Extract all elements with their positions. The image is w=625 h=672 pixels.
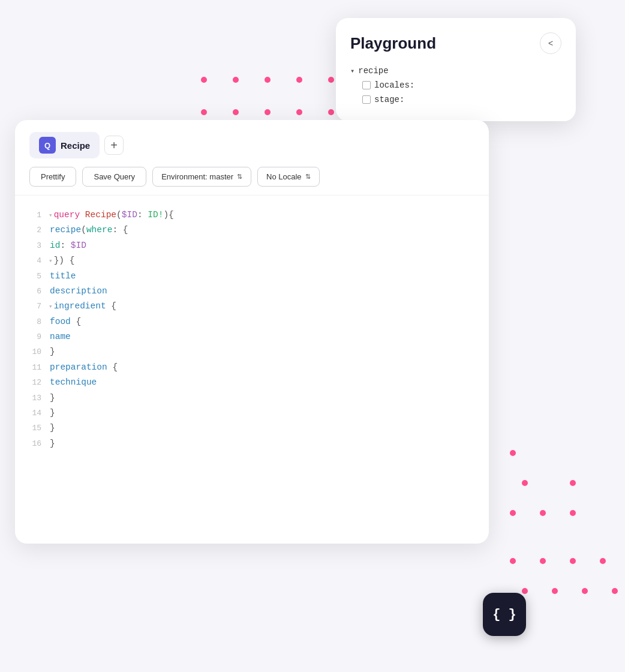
line-number: 8 bbox=[29, 316, 49, 329]
token-type: ID! bbox=[148, 210, 163, 220]
decorative-dot bbox=[522, 588, 528, 594]
code-line: 16} bbox=[29, 436, 474, 451]
code-content: }) { bbox=[54, 253, 474, 268]
line-toggle-icon[interactable]: ▾ bbox=[49, 256, 53, 267]
tab-recipe[interactable]: Q Recipe bbox=[29, 132, 100, 158]
code-line: 14 } bbox=[29, 406, 474, 421]
token-param: $ID bbox=[122, 210, 137, 220]
graphql-icon-button[interactable]: { } bbox=[483, 593, 526, 636]
token-prop: id bbox=[50, 241, 60, 250]
token-keyword: query bbox=[54, 210, 85, 220]
token-punct: ){ bbox=[163, 210, 173, 220]
tree-children: locales: stage: bbox=[350, 78, 561, 107]
decorative-dot bbox=[570, 480, 576, 486]
editor-tabs: Q Recipe + bbox=[15, 120, 489, 158]
decorative-dot bbox=[522, 480, 528, 486]
decorative-dot bbox=[296, 77, 302, 83]
locale-arrow-icon: ⇅ bbox=[305, 173, 311, 181]
decorative-dot bbox=[328, 77, 334, 83]
code-line: 13 } bbox=[29, 391, 474, 406]
line-number: 9 bbox=[29, 331, 49, 344]
code-content: id: $ID bbox=[50, 238, 474, 253]
token-field: recipe bbox=[50, 225, 81, 235]
line-number: 13 bbox=[29, 392, 49, 406]
token-punct: } bbox=[50, 347, 55, 356]
token-punct: } bbox=[50, 393, 55, 403]
line-number: 12 bbox=[29, 376, 49, 390]
line-number: 1 bbox=[29, 209, 49, 223]
locales-checkbox[interactable] bbox=[362, 81, 371, 89]
code-line: 9 name bbox=[29, 329, 474, 344]
token-punct: { bbox=[106, 301, 116, 311]
token-punct: ( bbox=[116, 210, 122, 220]
code-line: 8 food { bbox=[29, 314, 474, 329]
locale-select[interactable]: No Locale ⇅ bbox=[257, 167, 320, 187]
code-content: } bbox=[50, 406, 474, 421]
decorative-dot bbox=[612, 588, 618, 594]
line-number: 10 bbox=[29, 346, 49, 359]
code-editor[interactable]: 1▾query Recipe($ID: ID!){2 recipe(where:… bbox=[15, 196, 489, 544]
code-content: preparation { bbox=[50, 360, 474, 375]
token-prop: where bbox=[86, 225, 113, 235]
line-toggle-icon[interactable]: ▾ bbox=[49, 301, 53, 313]
editor-toolbar: Prettify Save Query Environment: master … bbox=[15, 158, 489, 196]
code-content: } bbox=[50, 344, 474, 359]
line-number: 6 bbox=[29, 285, 49, 299]
locale-label: No Locale bbox=[266, 172, 302, 181]
line-number: 7 bbox=[29, 300, 49, 314]
line-number: 2 bbox=[29, 224, 49, 238]
line-number: 3 bbox=[29, 239, 49, 253]
decorative-dot bbox=[233, 109, 239, 115]
decorative-dot bbox=[233, 77, 239, 83]
code-line: 1▾query Recipe($ID: ID!){ bbox=[29, 208, 474, 223]
prettify-button[interactable]: Prettify bbox=[29, 167, 76, 187]
decorative-dot bbox=[328, 109, 334, 115]
decorative-dot bbox=[570, 510, 576, 516]
decorative-dot bbox=[201, 109, 207, 115]
line-number: 15 bbox=[29, 422, 49, 436]
code-content: } bbox=[50, 436, 474, 451]
token-punct: : bbox=[137, 210, 148, 220]
decorative-dot bbox=[540, 558, 546, 564]
code-line: 12 technique bbox=[29, 375, 474, 390]
tab-label: Recipe bbox=[61, 140, 90, 151]
code-line: 10 } bbox=[29, 344, 474, 359]
token-punct: : bbox=[60, 241, 70, 250]
playground-close-button[interactable]: < bbox=[540, 32, 561, 54]
graphql-icon-symbol: { } bbox=[492, 607, 516, 622]
editor-panel: Q Recipe + Prettify Save Query Environme… bbox=[15, 120, 489, 544]
decorative-dot bbox=[265, 77, 271, 83]
code-line: 11 preparation { bbox=[29, 360, 474, 375]
decorative-dot bbox=[510, 558, 516, 564]
code-content: query Recipe($ID: ID!){ bbox=[54, 208, 474, 223]
token-field: description bbox=[50, 286, 107, 296]
decorative-dot bbox=[265, 109, 271, 115]
add-tab-button[interactable]: + bbox=[104, 136, 124, 155]
code-line: 4▾ }) { bbox=[29, 253, 474, 268]
save-query-button[interactable]: Save Query bbox=[82, 167, 146, 187]
token-field: name bbox=[50, 332, 71, 341]
environment-select[interactable]: Environment: master ⇅ bbox=[152, 167, 251, 187]
stage-checkbox[interactable] bbox=[362, 95, 371, 104]
line-number: 4 bbox=[29, 254, 49, 268]
token-punct: } bbox=[50, 439, 55, 448]
token-punct: }) { bbox=[54, 256, 75, 265]
decorative-dot bbox=[582, 588, 588, 594]
code-content: technique bbox=[50, 375, 474, 390]
token-punct: : { bbox=[112, 225, 128, 235]
decorative-dot bbox=[510, 510, 516, 516]
code-content: name bbox=[50, 329, 474, 344]
playground-panel: Playground < ▾ recipe locales: stage: bbox=[336, 18, 576, 121]
token-punct: ( bbox=[81, 225, 86, 235]
code-content: } bbox=[50, 391, 474, 406]
token-punct: } bbox=[50, 408, 55, 418]
playground-title: Playground bbox=[350, 34, 436, 53]
code-line: 6 description bbox=[29, 284, 474, 299]
token-field: ingredient bbox=[54, 301, 106, 311]
line-toggle-icon[interactable]: ▾ bbox=[49, 210, 53, 221]
token-punct: { bbox=[71, 317, 81, 326]
token-field: preparation bbox=[50, 362, 107, 372]
stage-label: stage: bbox=[374, 95, 404, 104]
code-content: description bbox=[50, 284, 474, 299]
code-line: 2 recipe(where: { bbox=[29, 223, 474, 238]
